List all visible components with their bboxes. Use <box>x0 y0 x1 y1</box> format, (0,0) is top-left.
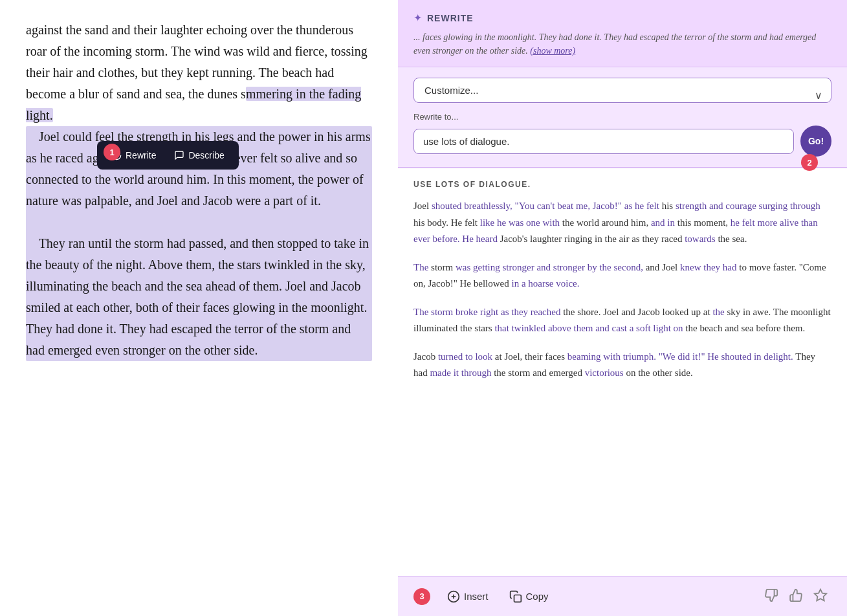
result-title: USE LOTS OF DIALOGUE. <box>413 180 831 189</box>
rewrite-to-input[interactable] <box>413 129 794 154</box>
document-panel: against the sand and their laughter echo… <box>0 0 398 616</box>
thumbs-up-button[interactable] <box>785 584 807 608</box>
rewrite-title-row: ✦ REWRITE <box>413 12 831 24</box>
thumbs-up-icon <box>789 588 803 602</box>
document-text: against the sand and their laughter echo… <box>26 19 372 361</box>
rewrite-sparkle-icon: ✦ <box>413 12 422 24</box>
step-badge-3: 3 <box>413 588 430 605</box>
insert-label: Insert <box>464 591 489 602</box>
rewrite-header: ✦ REWRITE ... faces glowing in the moonl… <box>398 0 847 67</box>
step-badge-1: 1 <box>104 144 120 160</box>
describe-icon <box>174 150 184 160</box>
result-paragraph-4: Jacob turned to look at Joel, their face… <box>413 349 831 382</box>
star-icon <box>813 588 828 602</box>
show-more-link[interactable]: (show more) <box>530 46 575 56</box>
rewrite-section-title: REWRITE <box>427 13 474 23</box>
customize-select[interactable]: Customize... Formal Casual Dramatic Simp… <box>413 78 831 103</box>
result-paragraph-1: Joel shouted breathlessly, "You can't be… <box>413 198 831 248</box>
describe-button[interactable]: Describe <box>166 146 232 164</box>
action-bar: 3 Insert Copy <box>398 576 847 616</box>
customize-section: Customize... Formal Casual Dramatic Simp… <box>398 67 847 168</box>
step-badge-2: 2 <box>801 154 818 171</box>
svg-marker-4 <box>815 589 826 600</box>
thumbs-down-icon <box>764 588 778 602</box>
rewrite-preview-text: ... faces glowing in the moonlight. They… <box>413 30 831 58</box>
customize-select-wrapper: Customize... Formal Casual Dramatic Simp… <box>413 78 831 112</box>
rewrite-to-row: Go! <box>413 126 831 157</box>
rewrite-label: Rewrite <box>126 150 156 160</box>
right-panel: ✦ REWRITE ... faces glowing in the moonl… <box>398 0 847 616</box>
thumbs-down-button[interactable] <box>760 584 782 608</box>
svg-rect-3 <box>514 595 521 602</box>
result-section: USE LOTS OF DIALOGUE. Joel shouted breat… <box>398 168 847 576</box>
go-button[interactable]: Go! <box>800 126 831 157</box>
result-paragraph-3: The storm broke right as they reached th… <box>413 304 831 337</box>
copy-icon <box>509 590 522 603</box>
result-paragraph-2: The storm was getting stronger and stron… <box>413 259 831 292</box>
rewrite-to-label: Rewrite to... <box>413 112 831 122</box>
insert-button[interactable]: Insert <box>438 586 498 607</box>
copy-label: Copy <box>526 591 549 602</box>
copy-button[interactable]: Copy <box>500 586 558 607</box>
star-button[interactable] <box>809 584 831 608</box>
describe-label: Describe <box>188 150 224 160</box>
insert-icon <box>447 590 460 603</box>
